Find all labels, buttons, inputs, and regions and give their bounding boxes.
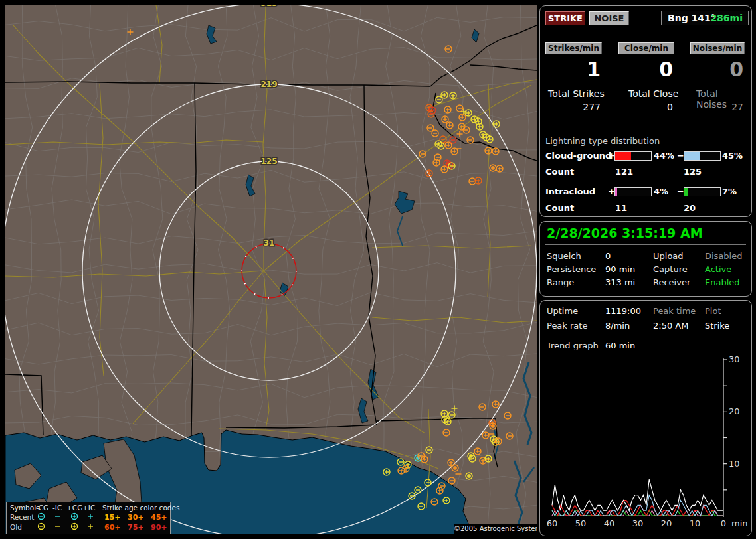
ic-neg-count: 20 xyxy=(684,203,696,213)
range-ring-label: 219 xyxy=(260,80,277,89)
cloud-ground-label: Cloud-ground xyxy=(545,151,611,161)
datetime-display: 2/28/2026 3:15:19 AM xyxy=(547,226,703,240)
persistence-label: Persistence xyxy=(547,264,596,274)
range-value: 313 mi xyxy=(605,277,635,287)
x-tick-label: 60 xyxy=(547,518,558,528)
total-strikes-label: Total Strikes xyxy=(548,88,605,99)
x-tick-label: 40 xyxy=(604,518,615,528)
total-noises-value: 27 xyxy=(690,102,743,112)
bearing-box: Bng 141° 286mi xyxy=(661,11,749,25)
close-per-min-value: 0 xyxy=(618,58,673,81)
total-close-label: Total Close xyxy=(628,88,678,99)
capture-status: Active xyxy=(705,264,731,274)
persistence-value: 90 min xyxy=(605,264,635,274)
y-tick-label: 30 xyxy=(729,356,740,364)
noises-per-min-chip: Noises/min xyxy=(690,42,745,54)
bearing-distance: 286mi xyxy=(710,11,743,25)
capture-label: Capture xyxy=(653,264,688,274)
cg-neg-bar xyxy=(684,151,721,161)
strikes-per-min-chip: Strikes/min xyxy=(545,42,602,54)
copyright-notice: ©2005 Astrogenic Systems xyxy=(454,524,537,534)
ic-pos-percent: 4% xyxy=(654,187,668,196)
app-window: 31321912531 Symbols -CG -IC +CG +IC Stri… xyxy=(0,0,756,539)
distribution-underline xyxy=(545,147,746,147)
cg-neg-bar-fill xyxy=(684,152,700,160)
map-svg: 31321912531 xyxy=(5,5,537,534)
receiver-label: Receiver xyxy=(653,277,690,287)
legend-symbols-recent xyxy=(39,514,94,520)
status-panel: 2/28/2026 3:15:19 AM Squelch 0 Upload Di… xyxy=(539,221,752,297)
close-per-min-chip: Close/min xyxy=(618,42,674,54)
total-strikes-value: 277 xyxy=(545,102,601,112)
total-close-value: 0 xyxy=(618,102,673,112)
trend-graph-label: Trend graph xyxy=(547,341,599,350)
plot-mode-value: Strike xyxy=(705,321,729,331)
noise-button[interactable]: NOISE xyxy=(589,11,629,25)
counters-panel: STRIKE NOISE Bng 141° 286mi Strikes/min … xyxy=(539,5,752,217)
plot-header: Plot xyxy=(705,306,721,316)
peak-time-header: Peak time xyxy=(653,306,696,316)
upload-status: Disabled xyxy=(705,251,742,261)
cg-pos-percent: 44% xyxy=(654,151,674,161)
ic-count-label: Count xyxy=(545,203,574,213)
range-label: Range xyxy=(547,277,574,287)
ic-neg-bar-fill xyxy=(684,188,688,196)
x-tick-label: 20 xyxy=(661,518,672,528)
datetime-underline xyxy=(545,244,746,245)
x-tick-label: 30 xyxy=(632,518,644,528)
cg-pos-count: 121 xyxy=(615,167,633,177)
ic-pos-count: 11 xyxy=(615,203,627,213)
x-tick-label: 0 xyxy=(721,518,726,528)
peak-time-value: 2:50 AM xyxy=(653,321,688,331)
peak-rate-value: 8/min xyxy=(605,321,630,331)
cg-pos-bar-fill xyxy=(615,152,631,160)
close-ring-label: 31 xyxy=(264,238,275,248)
strikes-per-min-value: 1 xyxy=(545,58,601,81)
x-tick-label: 10 xyxy=(690,518,701,528)
intracloud-label: Intracloud xyxy=(545,187,595,196)
bearing-label: Bng 141° xyxy=(668,11,715,25)
cg-neg-count: 125 xyxy=(684,167,702,177)
uptime-label: Uptime xyxy=(547,306,578,316)
x-axis-unit: min xyxy=(731,518,748,528)
receiver-status: Enabled xyxy=(705,277,740,287)
cg-pos-bar xyxy=(614,151,652,161)
noises-per-min-value: 0 xyxy=(690,58,743,81)
trend-graph: 1020306050403020100min xyxy=(540,356,751,534)
range-ring-label: 125 xyxy=(260,157,277,166)
y-tick-label: 10 xyxy=(729,459,740,469)
cg-neg-percent: 45% xyxy=(722,151,743,161)
squelch-value: 0 xyxy=(605,251,611,261)
strike-button[interactable]: STRIKE xyxy=(545,11,585,25)
peak-rate-label: Peak rate xyxy=(547,321,587,331)
ic-pos-bar-fill xyxy=(615,188,617,196)
map-legend: Symbols -CG -IC +CG +IC Strike age color… xyxy=(6,502,171,534)
ic-pos-bar xyxy=(614,187,652,196)
lightning-map[interactable]: 31321912531 Symbols -CG -IC +CG +IC Stri… xyxy=(5,5,537,534)
cg-count-label: Count xyxy=(545,167,574,177)
trend-graph-window: 60 min xyxy=(605,341,635,350)
ic-neg-percent: 7% xyxy=(722,187,737,196)
squelch-label: Squelch xyxy=(547,251,581,261)
distribution-title: Lightning type distribution xyxy=(545,136,660,146)
range-ring-label: 313 xyxy=(260,5,277,8)
y-tick-label: 20 xyxy=(729,406,740,416)
uptime-value: 1119:00 xyxy=(605,306,641,316)
trend-panel: Uptime 1119:00 Peak time Plot Peak rate … xyxy=(539,300,752,536)
legend-symbols-old xyxy=(39,524,94,530)
x-tick-label: 50 xyxy=(575,518,587,528)
upload-label: Upload xyxy=(653,251,684,261)
trend-series-CG+ xyxy=(552,501,723,516)
legend-symbol-icons xyxy=(7,502,169,533)
ic-neg-bar xyxy=(684,187,721,196)
